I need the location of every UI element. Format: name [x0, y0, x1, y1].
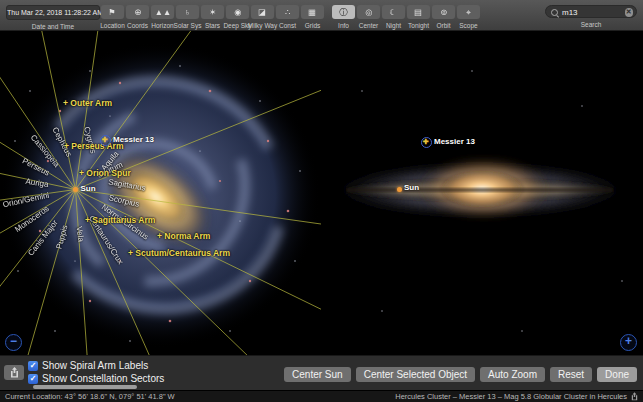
milky-way-band-icon: ◪ [259, 6, 267, 19]
toolbar-button-label: Location [100, 22, 125, 29]
checkbox-label: Show Spiral Arm Labels [42, 360, 148, 371]
spiral-arm-label-outer-arm: + Outer Arm [63, 98, 112, 108]
toolbar-button-label: Night [386, 22, 401, 29]
date-time-control[interactable]: Thu Mar 22, 2018 11:28:22 AM Date and Ti… [6, 0, 100, 30]
toolbar-item-milky-way: ◪Milky Way [250, 0, 275, 29]
toolbar-button-coords[interactable]: ⊕ [126, 5, 149, 19]
messier-13-label: Messier 13 [113, 135, 154, 144]
toolbar-item-horizon: ▲▲Horizon [150, 0, 175, 29]
toolbar-item-orbit: ⊚Orbit [431, 0, 456, 29]
sun-marker[interactable] [397, 187, 402, 192]
ringed-planet-icon: ♄ [184, 6, 190, 19]
grid-icon: ▦ [309, 6, 317, 19]
search-icon [551, 9, 558, 16]
toolbar-button-scope[interactable]: ⌖ [457, 5, 480, 19]
toolbar-button-label: Stars [205, 22, 220, 29]
mountains-icon: ▲▲ [154, 6, 170, 19]
center-selected-object-button[interactable]: Center Selected Object [356, 367, 475, 382]
stars-icon: ✶ [209, 6, 216, 19]
date-time-value[interactable]: Thu Mar 22, 2018 11:28:22 AM [6, 5, 100, 20]
spiral-arm-label-orion-spur: + Orion Spur [79, 168, 131, 178]
toolbar-item-info: ⓘInfo [331, 0, 356, 29]
sun-label: Sun [81, 184, 96, 193]
toolbar-button-label: Tonight [408, 22, 429, 29]
orbit-icon: ⊚ [440, 6, 447, 19]
toolbar-item-deep-sky: ◉Deep Sky [225, 0, 250, 29]
app-window: Thu Mar 22, 2018 11:28:22 AM Date and Ti… [0, 0, 643, 402]
current-location-text: Current Location: 43° 56' 18.6" N, 079° … [5, 392, 175, 401]
toolbar-button-deep-sky[interactable]: ◉ [226, 5, 249, 19]
constellation-icon: ∴ [285, 6, 290, 19]
toolbar-item-scope: ⌖Scope [456, 0, 481, 29]
checkbox-row: ✓Show Spiral Arm Labels [28, 360, 148, 371]
auto-zoom-button[interactable]: Auto Zoom [480, 367, 545, 382]
messier-13-label: Messier 13 [434, 137, 475, 146]
info-icon: ⓘ [339, 6, 347, 19]
toolbar-item-solar-sys: ♄Solar Sys [175, 0, 200, 29]
galaxy-face-on-panel[interactable]: CygnusCepheusCassiopeiaPerseusAurigaOrio… [0, 31, 321, 390]
toolbar-item-center: ◎Center [356, 0, 381, 29]
target-circle-icon: ◎ [365, 6, 372, 19]
spiral-arm-label-norma-arm: + Norma Arm [157, 231, 210, 241]
zoom-in-button[interactable]: + [620, 334, 637, 351]
toolbar-button-label: Orbit [436, 22, 450, 29]
checkbox-row: ✓Show Constellation Sectors [28, 373, 164, 384]
reset-button[interactable]: Reset [550, 367, 592, 382]
globe-icon: ⊕ [134, 6, 141, 19]
search-control: m13 ✕ Search [545, 0, 637, 28]
calendar-icon: ▤ [415, 6, 423, 19]
toolbar-button-night[interactable]: ☾ [382, 5, 405, 19]
edge-on-galaxy-image [322, 31, 643, 390]
selected-object-marker[interactable] [100, 135, 111, 146]
toolbar-left-group: ⚑Location⊕Coords▲▲Horizon♄Solar Sys✶Star… [100, 0, 325, 29]
date-time-label: Date and Time [32, 23, 74, 30]
action-button-row: Center SunCenter Selected ObjectAuto Zoo… [284, 367, 637, 382]
toolbar-item-tonight: ▤Tonight [406, 0, 431, 29]
toolbar-item-location: ⚑Location [100, 0, 125, 29]
selected-object-marker[interactable] [421, 137, 432, 148]
done-button[interactable]: Done [597, 367, 637, 382]
toolbar-button-horizon[interactable]: ▲▲ [151, 5, 174, 19]
toolbar-item-grids: ▦Grids [300, 0, 325, 29]
toolbar-button-info[interactable]: ⓘ [332, 5, 355, 19]
share-settings-button[interactable] [4, 365, 24, 380]
galaxy-edge-on-panel[interactable]: Messier 13Sun + [322, 31, 643, 390]
toolbar-button-grids[interactable]: ▦ [301, 5, 324, 19]
share-icon[interactable] [631, 392, 638, 401]
checkbox-show-spiral-arm-labels[interactable]: ✓ [28, 361, 38, 371]
toolbar-button-label: Info [338, 22, 349, 29]
horizontal-scrollbar-thumb[interactable] [33, 385, 137, 389]
center-sun-button[interactable]: Center Sun [284, 367, 351, 382]
toolbar-button-center[interactable]: ◎ [357, 5, 380, 19]
zoom-out-button[interactable]: − [5, 334, 22, 351]
toolbar-button-label: Const [279, 22, 296, 29]
toolbar-button-tonight[interactable]: ▤ [407, 5, 430, 19]
toolbar-button-label: Horizon [151, 22, 173, 29]
toolbar-button-orbit[interactable]: ⊚ [432, 5, 455, 19]
toolbar-button-label: Center [359, 22, 379, 29]
toolbar-button-label: Coords [127, 22, 148, 29]
toolbar-right-group: ⓘInfo◎Center☾Night▤Tonight⊚Orbit⌖Scope [331, 0, 481, 29]
toolbar-item-night: ☾Night [381, 0, 406, 29]
spiral-arm-label-scutum-centaurus-arm: + Scutum/Centaurus Arm [128, 248, 230, 258]
toolbar-button-stars[interactable]: ✶ [201, 5, 224, 19]
toolbar-button-location[interactable]: ⚑ [101, 5, 124, 19]
toolbar-button-label: Grids [305, 22, 321, 29]
toolbar-button-label: Solar Sys [174, 22, 202, 29]
toolbar-button-const[interactable]: ∴ [276, 5, 299, 19]
moon-stars-icon: ☾ [390, 6, 397, 19]
clear-search-icon[interactable]: ✕ [625, 8, 634, 17]
toolbar-item-coords: ⊕Coords [125, 0, 150, 29]
toolbar-button-label: Milky Way [248, 22, 277, 29]
toolbar-button-milky-way[interactable]: ◪ [251, 5, 274, 19]
search-input[interactable]: m13 ✕ [545, 5, 637, 18]
checkbox-label: Show Constellation Sectors [42, 373, 164, 384]
sun-marker[interactable] [73, 187, 78, 192]
spiral-arm-label-sagittarius-arm: + Sagittarius Arm [85, 215, 155, 225]
toolbar-item-stars: ✶Stars [200, 0, 225, 29]
bottom-bar: ✓Show Spiral Arm Labels✓Show Constellati… [0, 355, 643, 391]
map-pin-icon: ⚑ [109, 6, 116, 19]
toolbar-button-solar-sys[interactable]: ♄ [176, 5, 199, 19]
checkbox-show-constellation-sectors[interactable]: ✓ [28, 374, 38, 384]
galaxy-icon: ◉ [234, 6, 241, 19]
